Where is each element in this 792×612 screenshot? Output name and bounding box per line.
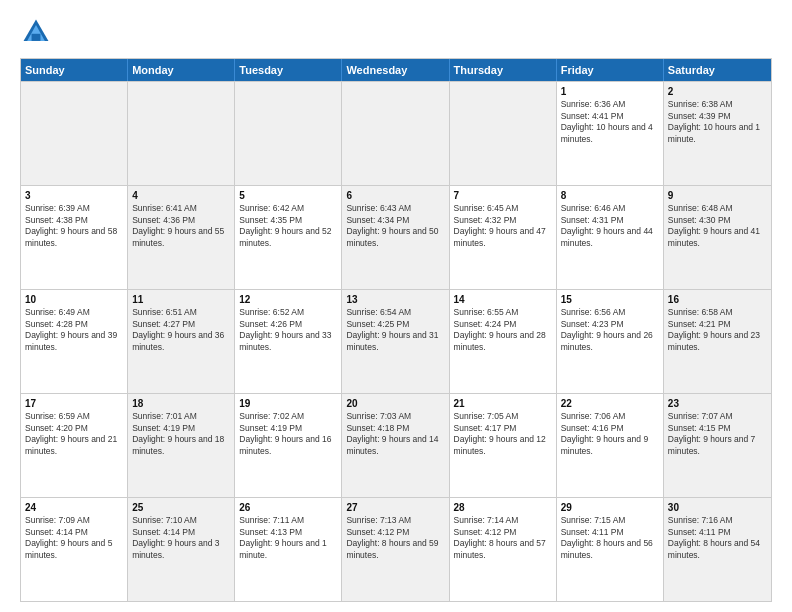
day-number: 23 xyxy=(668,397,767,410)
page: SundayMondayTuesdayWednesdayThursdayFrid… xyxy=(0,0,792,612)
empty-cell-0-0 xyxy=(21,82,128,185)
day-cell-15: 15Sunrise: 6:56 AM Sunset: 4:23 PM Dayli… xyxy=(557,290,664,393)
day-cell-28: 28Sunrise: 7:14 AM Sunset: 4:12 PM Dayli… xyxy=(450,498,557,601)
day-cell-20: 20Sunrise: 7:03 AM Sunset: 4:18 PM Dayli… xyxy=(342,394,449,497)
day-number: 24 xyxy=(25,501,123,514)
day-cell-27: 27Sunrise: 7:13 AM Sunset: 4:12 PM Dayli… xyxy=(342,498,449,601)
calendar-row-3: 17Sunrise: 6:59 AM Sunset: 4:20 PM Dayli… xyxy=(21,393,771,497)
day-number: 8 xyxy=(561,189,659,202)
day-info: Sunrise: 6:39 AM Sunset: 4:38 PM Dayligh… xyxy=(25,203,117,248)
day-number: 10 xyxy=(25,293,123,306)
day-info: Sunrise: 6:36 AM Sunset: 4:41 PM Dayligh… xyxy=(561,99,653,144)
header-day-wednesday: Wednesday xyxy=(342,59,449,81)
day-info: Sunrise: 6:52 AM Sunset: 4:26 PM Dayligh… xyxy=(239,307,331,352)
day-number: 13 xyxy=(346,293,444,306)
header-day-tuesday: Tuesday xyxy=(235,59,342,81)
empty-cell-0-1 xyxy=(128,82,235,185)
day-number: 14 xyxy=(454,293,552,306)
calendar-row-1: 3Sunrise: 6:39 AM Sunset: 4:38 PM Daylig… xyxy=(21,185,771,289)
day-info: Sunrise: 6:55 AM Sunset: 4:24 PM Dayligh… xyxy=(454,307,546,352)
day-number: 3 xyxy=(25,189,123,202)
empty-cell-0-2 xyxy=(235,82,342,185)
day-info: Sunrise: 6:48 AM Sunset: 4:30 PM Dayligh… xyxy=(668,203,760,248)
day-info: Sunrise: 7:11 AM Sunset: 4:13 PM Dayligh… xyxy=(239,515,326,560)
day-number: 20 xyxy=(346,397,444,410)
day-info: Sunrise: 7:09 AM Sunset: 4:14 PM Dayligh… xyxy=(25,515,112,560)
day-info: Sunrise: 6:41 AM Sunset: 4:36 PM Dayligh… xyxy=(132,203,224,248)
day-number: 15 xyxy=(561,293,659,306)
day-cell-25: 25Sunrise: 7:10 AM Sunset: 4:14 PM Dayli… xyxy=(128,498,235,601)
day-info: Sunrise: 7:01 AM Sunset: 4:19 PM Dayligh… xyxy=(132,411,224,456)
day-info: Sunrise: 7:07 AM Sunset: 4:15 PM Dayligh… xyxy=(668,411,755,456)
day-cell-21: 21Sunrise: 7:05 AM Sunset: 4:17 PM Dayli… xyxy=(450,394,557,497)
day-cell-6: 6Sunrise: 6:43 AM Sunset: 4:34 PM Daylig… xyxy=(342,186,449,289)
day-cell-5: 5Sunrise: 6:42 AM Sunset: 4:35 PM Daylig… xyxy=(235,186,342,289)
day-cell-17: 17Sunrise: 6:59 AM Sunset: 4:20 PM Dayli… xyxy=(21,394,128,497)
calendar-header: SundayMondayTuesdayWednesdayThursdayFrid… xyxy=(21,59,771,81)
day-info: Sunrise: 7:14 AM Sunset: 4:12 PM Dayligh… xyxy=(454,515,546,560)
calendar-body: 1Sunrise: 6:36 AM Sunset: 4:41 PM Daylig… xyxy=(21,81,771,601)
day-info: Sunrise: 6:56 AM Sunset: 4:23 PM Dayligh… xyxy=(561,307,653,352)
day-cell-11: 11Sunrise: 6:51 AM Sunset: 4:27 PM Dayli… xyxy=(128,290,235,393)
day-info: Sunrise: 6:45 AM Sunset: 4:32 PM Dayligh… xyxy=(454,203,546,248)
day-cell-30: 30Sunrise: 7:16 AM Sunset: 4:11 PM Dayli… xyxy=(664,498,771,601)
day-number: 12 xyxy=(239,293,337,306)
day-cell-4: 4Sunrise: 6:41 AM Sunset: 4:36 PM Daylig… xyxy=(128,186,235,289)
day-cell-26: 26Sunrise: 7:11 AM Sunset: 4:13 PM Dayli… xyxy=(235,498,342,601)
calendar-row-4: 24Sunrise: 7:09 AM Sunset: 4:14 PM Dayli… xyxy=(21,497,771,601)
day-info: Sunrise: 6:54 AM Sunset: 4:25 PM Dayligh… xyxy=(346,307,438,352)
day-info: Sunrise: 7:16 AM Sunset: 4:11 PM Dayligh… xyxy=(668,515,760,560)
day-cell-18: 18Sunrise: 7:01 AM Sunset: 4:19 PM Dayli… xyxy=(128,394,235,497)
day-number: 27 xyxy=(346,501,444,514)
day-info: Sunrise: 7:02 AM Sunset: 4:19 PM Dayligh… xyxy=(239,411,331,456)
day-cell-13: 13Sunrise: 6:54 AM Sunset: 4:25 PM Dayli… xyxy=(342,290,449,393)
day-number: 26 xyxy=(239,501,337,514)
header-day-friday: Friday xyxy=(557,59,664,81)
day-number: 2 xyxy=(668,85,767,98)
logo xyxy=(20,16,56,48)
day-number: 29 xyxy=(561,501,659,514)
day-info: Sunrise: 6:42 AM Sunset: 4:35 PM Dayligh… xyxy=(239,203,331,248)
day-cell-29: 29Sunrise: 7:15 AM Sunset: 4:11 PM Dayli… xyxy=(557,498,664,601)
empty-cell-0-4 xyxy=(450,82,557,185)
day-cell-24: 24Sunrise: 7:09 AM Sunset: 4:14 PM Dayli… xyxy=(21,498,128,601)
day-number: 6 xyxy=(346,189,444,202)
day-number: 30 xyxy=(668,501,767,514)
calendar: SundayMondayTuesdayWednesdayThursdayFrid… xyxy=(20,58,772,602)
day-number: 5 xyxy=(239,189,337,202)
day-info: Sunrise: 7:15 AM Sunset: 4:11 PM Dayligh… xyxy=(561,515,653,560)
day-number: 25 xyxy=(132,501,230,514)
logo-icon xyxy=(20,16,52,48)
svg-rect-2 xyxy=(32,34,41,41)
day-info: Sunrise: 6:51 AM Sunset: 4:27 PM Dayligh… xyxy=(132,307,224,352)
day-number: 28 xyxy=(454,501,552,514)
header-day-monday: Monday xyxy=(128,59,235,81)
day-cell-12: 12Sunrise: 6:52 AM Sunset: 4:26 PM Dayli… xyxy=(235,290,342,393)
day-cell-19: 19Sunrise: 7:02 AM Sunset: 4:19 PM Dayli… xyxy=(235,394,342,497)
day-number: 16 xyxy=(668,293,767,306)
day-cell-16: 16Sunrise: 6:58 AM Sunset: 4:21 PM Dayli… xyxy=(664,290,771,393)
day-info: Sunrise: 6:46 AM Sunset: 4:31 PM Dayligh… xyxy=(561,203,653,248)
day-info: Sunrise: 7:06 AM Sunset: 4:16 PM Dayligh… xyxy=(561,411,648,456)
calendar-row-2: 10Sunrise: 6:49 AM Sunset: 4:28 PM Dayli… xyxy=(21,289,771,393)
header-day-sunday: Sunday xyxy=(21,59,128,81)
day-cell-7: 7Sunrise: 6:45 AM Sunset: 4:32 PM Daylig… xyxy=(450,186,557,289)
day-info: Sunrise: 7:05 AM Sunset: 4:17 PM Dayligh… xyxy=(454,411,546,456)
day-number: 11 xyxy=(132,293,230,306)
day-info: Sunrise: 7:10 AM Sunset: 4:14 PM Dayligh… xyxy=(132,515,219,560)
day-cell-2: 2Sunrise: 6:38 AM Sunset: 4:39 PM Daylig… xyxy=(664,82,771,185)
header-day-thursday: Thursday xyxy=(450,59,557,81)
day-cell-9: 9Sunrise: 6:48 AM Sunset: 4:30 PM Daylig… xyxy=(664,186,771,289)
header xyxy=(20,16,772,48)
day-info: Sunrise: 7:13 AM Sunset: 4:12 PM Dayligh… xyxy=(346,515,438,560)
day-number: 21 xyxy=(454,397,552,410)
day-info: Sunrise: 6:38 AM Sunset: 4:39 PM Dayligh… xyxy=(668,99,760,144)
day-number: 22 xyxy=(561,397,659,410)
day-number: 1 xyxy=(561,85,659,98)
day-info: Sunrise: 6:58 AM Sunset: 4:21 PM Dayligh… xyxy=(668,307,760,352)
day-info: Sunrise: 6:59 AM Sunset: 4:20 PM Dayligh… xyxy=(25,411,117,456)
day-number: 17 xyxy=(25,397,123,410)
day-cell-8: 8Sunrise: 6:46 AM Sunset: 4:31 PM Daylig… xyxy=(557,186,664,289)
day-cell-14: 14Sunrise: 6:55 AM Sunset: 4:24 PM Dayli… xyxy=(450,290,557,393)
day-cell-10: 10Sunrise: 6:49 AM Sunset: 4:28 PM Dayli… xyxy=(21,290,128,393)
